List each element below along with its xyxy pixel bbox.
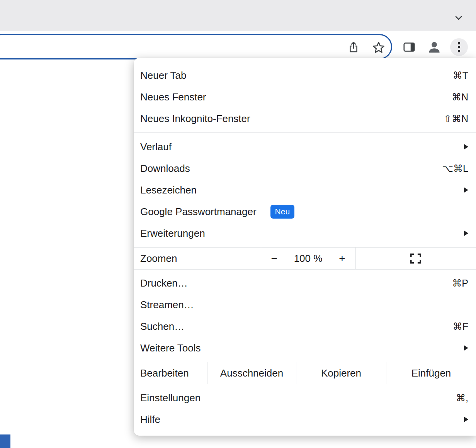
- menu-separator: [134, 132, 476, 133]
- menu-item-history[interactable]: Verlauf: [134, 136, 476, 158]
- menu-item-extensions[interactable]: Erweiterungen: [134, 222, 476, 244]
- menu-item-zoom: Zoomen − 100 % +: [134, 247, 476, 270]
- menu-item-password-manager[interactable]: Google Passwortmanager Neu: [134, 201, 476, 222]
- address-bar[interactable]: [0, 34, 392, 59]
- menu-item-label: Erweiterungen: [140, 227, 205, 239]
- menu-item-settings[interactable]: Einstellungen ⌘,: [134, 387, 476, 409]
- menu-item-label: Neuer Tab: [140, 70, 187, 81]
- chevron-down-icon[interactable]: [454, 13, 464, 23]
- menu-item-help[interactable]: Hilfe: [134, 409, 476, 430]
- menu-item-shortcut: ⌘T: [453, 70, 468, 81]
- submenu-arrow-icon: [464, 417, 468, 422]
- submenu-arrow-icon: [464, 187, 468, 193]
- menu-item-label: Downloads: [140, 163, 190, 175]
- edit-cut-button[interactable]: Ausschneiden: [207, 362, 296, 384]
- menu-item-shortcut: ⌘,: [456, 392, 468, 404]
- menu-item-label: Suchen…: [140, 321, 184, 333]
- submenu-arrow-icon: [464, 144, 468, 149]
- zoom-label: Zoomen: [134, 248, 261, 269]
- fullscreen-icon: [410, 253, 422, 264]
- browser-app-menu: Neuer Tab ⌘T Neues Fenster ⌘N Neues Inko…: [134, 58, 476, 436]
- menu-item-downloads[interactable]: Downloads ⌥⌘L: [134, 158, 476, 179]
- menu-item-label: Einstellungen: [140, 392, 201, 404]
- profile-avatar[interactable]: [427, 39, 442, 55]
- new-badge: Neu: [270, 205, 295, 219]
- menu-item-shortcut: ⌘F: [453, 321, 468, 332]
- zoom-in-button[interactable]: +: [339, 252, 345, 265]
- side-panel-icon[interactable]: [402, 40, 416, 54]
- zoom-out-button[interactable]: −: [271, 252, 277, 265]
- menu-item-bookmarks[interactable]: Lesezeichen: [134, 179, 476, 201]
- menu-item-print[interactable]: Drucken… ⌘P: [134, 272, 476, 294]
- zoom-controls: − 100 % +: [261, 248, 356, 269]
- window-titlebar: [0, 0, 476, 31]
- menu-item-shortcut: ⌘P: [452, 278, 468, 289]
- menu-edit-row: Bearbeiten Ausschneiden Kopieren Einfüge…: [134, 362, 476, 384]
- submenu-arrow-icon: [464, 231, 468, 236]
- menu-item-label: Neues Fenster: [140, 91, 206, 103]
- menu-item-label: Weitere Tools: [140, 342, 201, 354]
- menu-item-more-tools[interactable]: Weitere Tools: [134, 337, 476, 359]
- share-icon[interactable]: [347, 41, 360, 54]
- menu-item-new-window[interactable]: Neues Fenster ⌘N: [134, 86, 476, 108]
- menu-item-label: Streamen…: [140, 299, 194, 311]
- menu-item-cast[interactable]: Streamen…: [134, 294, 476, 316]
- menu-item-find[interactable]: Suchen… ⌘F: [134, 316, 476, 337]
- menu-item-label: Drucken…: [140, 277, 188, 289]
- menu-item-new-tab[interactable]: Neuer Tab ⌘T: [134, 64, 476, 86]
- edit-label: Bearbeiten: [134, 362, 207, 384]
- menu-item-shortcut: ⌘N: [452, 92, 468, 103]
- menu-item-new-incognito-window[interactable]: Neues Inkognito-Fenster ⇧⌘N: [134, 108, 476, 129]
- page-accent-bar: [0, 434, 10, 448]
- menu-item-label: Neues Inkognito-Fenster: [140, 113, 250, 125]
- submenu-arrow-icon: [464, 345, 468, 351]
- menu-dots-icon[interactable]: [450, 38, 468, 56]
- fullscreen-button[interactable]: [356, 248, 476, 269]
- bookmark-star-icon[interactable]: [371, 40, 386, 55]
- zoom-level: 100 %: [294, 253, 323, 265]
- edit-paste-button[interactable]: Einfügen: [386, 362, 476, 384]
- menu-item-label: Verlauf: [140, 141, 172, 153]
- menu-item-shortcut: ⇧⌘N: [444, 113, 468, 124]
- edit-copy-button[interactable]: Kopieren: [296, 362, 386, 384]
- menu-item-label: Google Passwortmanager: [140, 206, 257, 218]
- menu-item-shortcut: ⌥⌘L: [442, 163, 468, 174]
- menu-item-label: Lesezeichen: [140, 184, 197, 196]
- menu-item-label: Hilfe: [140, 414, 160, 426]
